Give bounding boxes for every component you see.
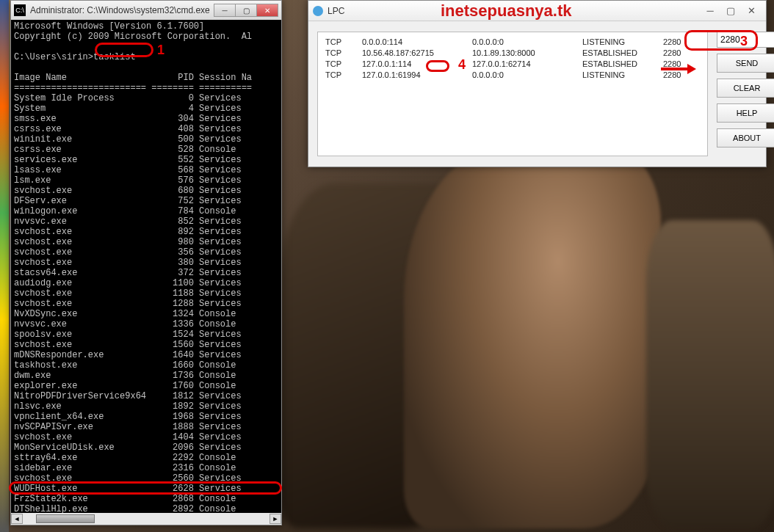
connection-row[interactable]: TCP127.0.0.1:619940.0.0.0:0LISTENING2280: [325, 70, 700, 81]
cmd-output[interactable]: Microsoft Windows [Version 6.1.7600] Cop…: [11, 20, 281, 513]
cell-local: 127.0.0.1:61994: [362, 70, 472, 81]
bg-decor: [404, 147, 661, 528]
cell-state: ESTABLISHED: [582, 48, 663, 59]
cell-proto: TCP: [325, 37, 362, 48]
maximize-button[interactable]: ▢: [235, 4, 257, 17]
scroll-left-icon[interactable]: ◄: [11, 514, 23, 524]
scroll-right-icon[interactable]: ►: [270, 514, 281, 524]
horizontal-scrollbar[interactable]: ◄ ►: [11, 513, 281, 525]
cmd-titlebar[interactable]: C:\ Administrator: C:\Windows\system32\c…: [11, 1, 281, 20]
cell-state: ESTABLISHED: [582, 59, 663, 70]
cell-proto: TCP: [325, 59, 362, 70]
cell-remote: 127.0.0.1:62714: [472, 59, 582, 70]
cmd-title: Administrator: C:\Windows\system32\cmd.e…: [30, 5, 210, 15]
minimize-button[interactable]: ─: [214, 4, 236, 17]
close-button[interactable]: ✕: [741, 4, 762, 18]
cell-proto: TCP: [325, 70, 362, 81]
bg-decor: [646, 220, 774, 528]
send-button[interactable]: SEND: [717, 54, 774, 73]
cell-pid: 2280: [663, 59, 700, 70]
cell-proto: TCP: [325, 48, 362, 59]
clear-button[interactable]: CLEAR: [717, 79, 774, 98]
desktop-left-strip: [0, 0, 9, 532]
cell-pid: 2280: [663, 48, 700, 59]
about-button[interactable]: ABOUT: [717, 128, 774, 147]
cell-state: LISTENING: [582, 37, 663, 48]
cell-pid: 2280: [663, 70, 700, 81]
connection-list[interactable]: TCP0.0.0.0:1140.0.0.0:0LISTENING2280TCP1…: [317, 32, 708, 156]
lpc-title: LPC: [328, 6, 344, 16]
cell-remote: 0.0.0.0:0: [472, 37, 582, 48]
scroll-thumb[interactable]: [36, 514, 95, 523]
cell-remote: 10.1.89.130:8000: [472, 48, 582, 59]
close-button[interactable]: ✕: [256, 4, 278, 17]
connection-row[interactable]: TCP0.0.0.0:1140.0.0.0:0LISTENING2280: [325, 37, 700, 48]
cell-local: 10.56.48.187:62715: [362, 48, 472, 59]
help-button[interactable]: HELP: [717, 103, 774, 123]
cell-state: LISTENING: [582, 70, 663, 81]
lpc-window: LPC ─ ▢ ✕ TCP0.0.0.0:1140.0.0.0:0LISTENI…: [308, 0, 767, 167]
cell-local: 0.0.0.0:114: [362, 37, 472, 48]
minimize-button[interactable]: ─: [700, 4, 720, 18]
connection-row[interactable]: TCP10.56.48.187:6271510.1.89.130:8000EST…: [325, 48, 700, 59]
lpc-app-icon: [313, 6, 323, 16]
cell-local: 127.0.0.1:114: [362, 59, 472, 70]
cmd-icon: C:\: [14, 4, 26, 16]
cell-remote: 0.0.0.0:0: [472, 70, 582, 81]
cmd-window: C:\ Administrator: C:\Windows\system32\c…: [10, 0, 282, 525]
cell-pid: 2280: [663, 37, 700, 48]
maximize-button[interactable]: ▢: [720, 4, 741, 18]
pid-input[interactable]: [717, 32, 774, 48]
watermark-text: inetsepuasnya.tk: [441, 1, 572, 21]
connection-row[interactable]: TCP127.0.0.1:114127.0.0.1:62714ESTABLISH…: [325, 59, 700, 70]
